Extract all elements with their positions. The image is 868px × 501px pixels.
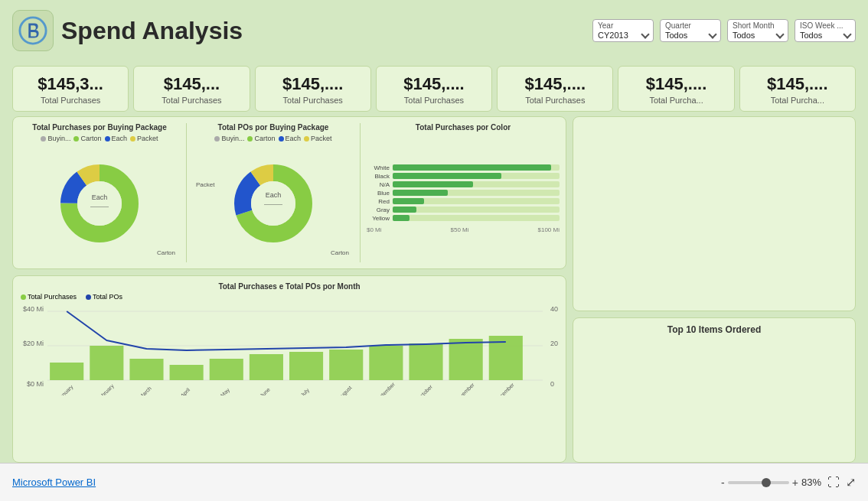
kpi-row: $145,3... Total Purchases $145,... Total…: [0, 61, 868, 116]
svg-text:Each: Each: [92, 194, 108, 201]
kpi-card-0[interactable]: $145,3... Total Purchases: [12, 66, 129, 112]
zoom-slider[interactable]: [728, 481, 789, 484]
kpi-label-1: Total Purchases: [143, 96, 240, 105]
week-filter-label: ISO Week ...: [800, 21, 850, 30]
donut1-legend-dot-2: [105, 136, 110, 142]
separator-1: [186, 123, 187, 262]
hbar-track-5: [393, 207, 560, 213]
donut2-legend-dot-2: [279, 136, 284, 142]
donut1-legend: Buyin... Carton Each Packet: [19, 135, 180, 142]
kpi-label-0: Total Purchases: [22, 96, 119, 105]
donut1-section: Total Purchases por Buying Package Buyin…: [19, 123, 180, 262]
donut1-legend-item-3: Packet: [130, 135, 158, 142]
quarter-filter[interactable]: Quarter Todos: [660, 19, 721, 42]
expand-icon[interactable]: ⤢: [846, 475, 856, 490]
year-filter-value: CY2013: [598, 31, 628, 40]
svg-rect-24: [129, 359, 163, 380]
kpi-card-5[interactable]: $145,.... Total Purcha...: [618, 66, 734, 112]
svg-text:———: ———: [90, 203, 109, 210]
week-filter-select[interactable]: Todos: [800, 31, 850, 40]
svg-text:$40 Mi: $40 Mi: [23, 305, 44, 313]
month-filter[interactable]: Short Month Todos: [727, 19, 788, 42]
hbar-fill-3: [393, 190, 448, 196]
kpi-value-5: $145,....: [628, 74, 724, 94]
svg-text:May: May: [220, 387, 231, 395]
hbar-axis-2: $100 Mi: [538, 226, 560, 233]
donut2-legend-label-1: Carton: [254, 135, 275, 142]
combo-chart-title: Total Purchases e Total POs por Month: [21, 282, 558, 291]
donut2-legend: Buyin... Carton Each Packet: [193, 135, 354, 142]
combo-chart-area[interactable]: $40 Mi $20 Mi $0 Mi 400 200 0: [21, 304, 558, 395]
combo-legend-pos: Total POs: [86, 293, 122, 301]
month-filter-select[interactable]: Todos: [733, 31, 783, 40]
donut2-carton-label: Carton: [331, 249, 349, 256]
svg-text:October: October: [416, 384, 433, 395]
svg-rect-31: [409, 343, 442, 380]
bottom-chart-panel: Total Purchases e Total POs por Month To…: [12, 275, 566, 463]
donut2-legend-dot-1: [247, 136, 253, 142]
kpi-label-2: Total Purchases: [265, 96, 361, 105]
donut1-legend-label-2: Each: [112, 135, 128, 142]
svg-text:March: March: [138, 386, 152, 395]
donut2-title: Total POs por Buying Package: [193, 123, 354, 132]
donut1-chart[interactable]: Each ——— Carton: [19, 145, 180, 262]
right-bottom-chart: Top 10 Items Ordered: [573, 317, 856, 463]
year-filter-select[interactable]: CY2013: [598, 31, 648, 40]
footer-right: - + 83% ⛶ ⤢: [721, 475, 856, 490]
svg-text:June: June: [259, 386, 271, 395]
hbar-track-4: [393, 198, 560, 204]
svg-text:400: 400: [550, 305, 558, 313]
donut1-legend-label-0: Buyin...: [47, 135, 70, 142]
donut1-carton-label: Carton: [157, 249, 175, 256]
kpi-card-4[interactable]: $145,.... Total Purchases: [497, 66, 613, 112]
app-container: Spend Analysis Year CY2013 Quarter Todos: [0, 0, 868, 501]
donut1-legend-dot-1: [73, 136, 79, 142]
kpi-value-3: $145,....: [386, 74, 482, 94]
svg-text:200: 200: [550, 340, 558, 347]
hbar-track-0: [393, 164, 560, 171]
kpi-card-2[interactable]: $145,.... Total Purchases: [255, 66, 371, 112]
week-filter-chevron: [843, 30, 851, 38]
separator-2: [360, 123, 361, 262]
charts-row: Total Purchases por Buying Package Buyin…: [0, 116, 868, 463]
donut2-legend-item-0: Buyin...: [214, 135, 244, 142]
zoom-out-button[interactable]: -: [721, 477, 725, 489]
quarter-filter-label: Quarter: [665, 21, 716, 30]
kpi-label-4: Total Purchases: [507, 96, 603, 105]
svg-text:January: January: [57, 384, 75, 395]
hbar-row-2: N/A: [367, 181, 560, 188]
powerbi-link[interactable]: Microsoft Power BI: [12, 477, 96, 488]
donut2-section: Total POs por Buying Package Buyin... Ca…: [193, 123, 354, 262]
svg-text:0: 0: [550, 380, 554, 388]
svg-text:$0 Mi: $0 Mi: [27, 380, 44, 388]
hbar-fill-0: [393, 164, 551, 171]
top-charts-panel: Total Purchases por Buying Package Buyin…: [12, 116, 566, 269]
kpi-value-2: $145,....: [265, 74, 361, 94]
quarter-filter-select[interactable]: Todos: [665, 31, 716, 40]
week-filter[interactable]: ISO Week ... Todos: [795, 19, 856, 42]
fit-screen-icon[interactable]: ⛶: [827, 476, 840, 490]
top10-title: Top 10 Items Ordered: [667, 324, 761, 335]
donut2-chart[interactable]: Each ——— Carton Packet: [193, 145, 354, 262]
hbar-chart[interactable]: White Black N/A: [367, 135, 560, 262]
donut2-legend-item-2: Each: [279, 135, 302, 142]
kpi-card-6[interactable]: $145,.... Total Purcha...: [739, 66, 856, 112]
hbar-track-3: [393, 190, 560, 196]
kpi-card-3[interactable]: $145,.... Total Purchases: [376, 66, 492, 112]
hbar-fill-4: [393, 198, 424, 204]
zoom-in-button[interactable]: +: [792, 477, 798, 489]
svg-text:December: December: [494, 382, 515, 395]
hbar-track-1: [393, 173, 560, 179]
donut1-legend-dot-3: [130, 136, 135, 142]
combo-legend-dot-purchases: [21, 294, 26, 300]
donut2-legend-item-3: Packet: [304, 135, 332, 142]
hbar-label-3: Blue: [367, 190, 390, 197]
hbar-row-3: Blue: [367, 190, 560, 197]
donut2-legend-dot-0: [214, 136, 220, 142]
hbar-title: Total Purchases por Color: [367, 123, 560, 132]
kpi-label-5: Total Purcha...: [628, 96, 724, 105]
year-filter[interactable]: Year CY2013: [592, 19, 654, 42]
kpi-label-6: Total Purcha...: [749, 96, 846, 105]
kpi-card-1[interactable]: $145,... Total Purchases: [133, 66, 250, 112]
footer: Microsoft Power BI - + 83% ⛶ ⤢: [0, 463, 868, 501]
